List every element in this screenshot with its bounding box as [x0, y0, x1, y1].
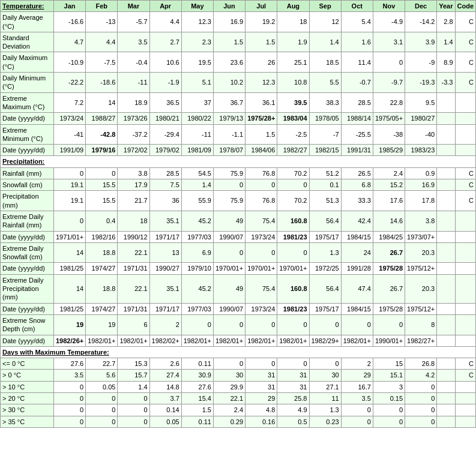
table-cell: 75.4 — [246, 211, 277, 231]
table-cell — [455, 92, 476, 113]
table-cell: 11 — [309, 392, 341, 404]
col-header-year: Year — [437, 1, 455, 12]
table-cell: 15.7 — [118, 370, 149, 381]
table-cell: -5.7 — [118, 12, 149, 32]
table-cell: 1982/27+ — [405, 335, 437, 346]
row-label: Date (yyyy/dd) — [1, 231, 54, 242]
table-cell: 28.5 — [149, 167, 181, 179]
table-cell: 1973/24 — [246, 303, 277, 314]
table-cell: -1.9 — [149, 73, 181, 93]
col-header-dec: Dec — [405, 1, 437, 12]
table-cell: 13 — [149, 242, 181, 263]
table-cell: 2.4 — [213, 404, 245, 416]
table-cell: 19 — [54, 314, 86, 335]
table-cell: -18.6 — [86, 73, 118, 93]
table-cell: 0.15 — [373, 392, 405, 404]
table-cell — [455, 404, 476, 416]
table-cell: 27.1 — [309, 381, 341, 392]
table-cell: C — [455, 370, 476, 381]
table-cell: 36.1 — [246, 92, 277, 113]
table-cell: 3.5 — [118, 32, 149, 52]
table-cell: 2.6 — [149, 358, 181, 370]
table-cell: 1971/17 — [149, 303, 181, 314]
table-cell — [455, 303, 476, 314]
table-cell: 0 — [54, 381, 86, 392]
col-header-aug: Aug — [277, 1, 309, 12]
table-cell: 2 — [149, 314, 181, 335]
row-label: Date (yyyy/dd) — [1, 113, 54, 124]
table-cell: 39.5 — [277, 92, 309, 113]
table-cell: 4.4 — [149, 12, 181, 32]
table-cell: 18.8 — [86, 242, 118, 263]
table-cell: 1974/27 — [86, 303, 118, 314]
table-cell: 27.6 — [54, 358, 86, 370]
table-cell: 14 — [86, 92, 118, 113]
row-label: Rainfall (mm) — [1, 167, 54, 179]
table-cell: 1981/25 — [54, 303, 86, 314]
table-cell — [455, 314, 476, 335]
table-cell — [437, 314, 455, 335]
table-cell — [437, 392, 455, 404]
table-cell: 0 — [118, 404, 149, 416]
row-label: > 30 °C — [1, 404, 54, 416]
table-cell: 0 — [54, 167, 86, 179]
table-cell: 0 — [181, 314, 213, 335]
table-cell: 1974/27 — [86, 263, 118, 274]
table-cell: 0.5 — [277, 416, 309, 427]
table-cell: -4.9 — [373, 12, 405, 32]
col-header-jun: Jun — [213, 1, 245, 12]
table-cell: 15 — [373, 358, 405, 370]
table-cell: 1990/01+ — [373, 335, 405, 346]
table-cell: 0 — [341, 416, 373, 427]
table-cell: 18.5 — [309, 52, 341, 73]
table-cell: C — [455, 52, 476, 73]
table-cell: 1972/25 — [309, 263, 341, 274]
table-cell — [455, 113, 476, 124]
table-cell: 1981/23 — [277, 303, 309, 314]
table-cell: 30 — [213, 370, 245, 381]
table-cell: 1982/02+ — [149, 335, 181, 346]
table-cell — [455, 231, 476, 242]
table-cell: 1.5 — [181, 404, 213, 416]
table-cell: 29 — [341, 370, 373, 381]
table-cell: 1975/28 — [373, 303, 405, 314]
table-cell: 10.6 — [149, 52, 181, 73]
table-cell: 1977/03 — [181, 303, 213, 314]
table-cell: -0.7 — [341, 73, 373, 93]
col-header-nov: Nov — [373, 1, 405, 12]
table-cell: 10.8 — [277, 73, 309, 93]
table-cell: 31 — [246, 370, 277, 381]
table-cell — [437, 191, 455, 211]
table-cell: -7.5 — [86, 52, 118, 73]
table-cell: -22.2 — [54, 73, 86, 93]
row-label: Date (yyyy/dd) — [1, 145, 54, 156]
table-cell: 15.4 — [181, 392, 213, 404]
table-cell — [437, 335, 455, 346]
table-cell — [437, 167, 455, 179]
table-cell: 160.8 — [277, 274, 309, 303]
table-cell: 1982/29+ — [309, 335, 341, 346]
col-header-mar: Mar — [118, 1, 149, 12]
table-cell: 1973/24 — [246, 231, 277, 242]
table-cell: 1978/07 — [213, 145, 245, 156]
table-cell: 16.7 — [341, 381, 373, 392]
table-cell: 25.8 — [277, 392, 309, 404]
table-cell: 47.4 — [341, 274, 373, 303]
table-cell: 0 — [277, 314, 309, 335]
table-cell: 22.7 — [86, 358, 118, 370]
table-cell: 5.1 — [181, 73, 213, 93]
table-cell: -11 — [118, 73, 149, 93]
table-cell: 15.5 — [86, 179, 118, 191]
col-header-jan: Jan — [54, 1, 86, 12]
table-cell: 27.6 — [181, 381, 213, 392]
table-cell: 75.4 — [246, 274, 277, 303]
table-cell: -1.1 — [213, 124, 245, 145]
table-cell — [437, 370, 455, 381]
table-cell: 0 — [277, 242, 309, 263]
row-label: > 35 °C — [1, 416, 54, 427]
table-cell: 2.3 — [181, 32, 213, 52]
col-header-apr: Apr — [149, 1, 181, 12]
table-cell: 0 — [213, 358, 245, 370]
table-cell: 31 — [277, 370, 309, 381]
table-cell: 23.6 — [213, 52, 245, 73]
